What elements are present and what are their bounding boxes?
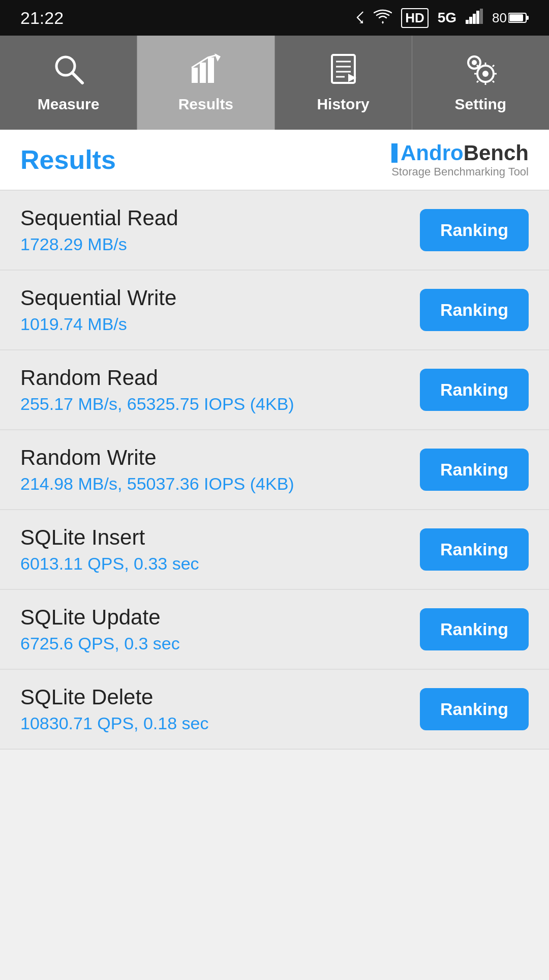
svg-rect-7	[509, 14, 523, 21]
ranking-button[interactable]: Ranking	[420, 209, 529, 251]
result-info: Sequential Write 1019.74 MB/s	[20, 286, 420, 334]
result-value: 255.17 MB/s, 65325.75 IOPS (4KB)	[20, 394, 420, 414]
ranking-button[interactable]: Ranking	[420, 608, 529, 650]
result-name: SQLite Delete	[20, 685, 420, 709]
status-icons: ☇ HD 5G 80	[355, 8, 529, 28]
table-row: Sequential Write 1019.74 MB/s Ranking	[0, 271, 549, 350]
svg-rect-3	[476, 11, 479, 24]
table-row: SQLite Delete 10830.71 QPS, 0.18 sec Ran…	[0, 670, 549, 750]
brand-part2: Bench	[464, 141, 529, 165]
svg-rect-11	[200, 63, 206, 83]
battery-icon: 80	[492, 10, 529, 26]
ranking-button[interactable]: Ranking	[420, 369, 529, 411]
brand-accent	[391, 143, 398, 163]
svg-rect-10	[192, 68, 198, 83]
table-row: Sequential Read 1728.29 MB/s Ranking	[0, 191, 549, 271]
page-title: Results	[20, 144, 116, 175]
svg-rect-2	[473, 14, 476, 24]
result-value: 10830.71 QPS, 0.18 sec	[20, 714, 420, 733]
tab-history[interactable]: History	[275, 36, 412, 130]
result-name: Sequential Write	[20, 286, 420, 310]
status-bar: 21:22 ☇ HD 5G 8	[0, 0, 549, 36]
svg-line-9	[72, 73, 82, 83]
tab-history-label: History	[317, 96, 369, 113]
table-row: SQLite Insert 6013.11 QPS, 0.33 sec Rank…	[0, 510, 549, 590]
table-row: Random Read 255.17 MB/s, 65325.75 IOPS (…	[0, 350, 549, 430]
ranking-button[interactable]: Ranking	[420, 688, 529, 730]
tab-setting-label: Setting	[455, 96, 507, 113]
signal-icon	[466, 8, 483, 28]
result-value: 6725.6 QPS, 0.3 sec	[20, 634, 420, 654]
status-time: 21:22	[20, 8, 64, 28]
tab-results-label: Results	[178, 96, 233, 113]
result-info: SQLite Insert 6013.11 QPS, 0.33 sec	[20, 525, 420, 574]
svg-marker-13	[215, 53, 221, 62]
svg-rect-0	[466, 20, 469, 24]
result-name: Random Write	[20, 446, 420, 470]
svg-rect-12	[208, 57, 214, 83]
result-value: 6013.11 QPS, 0.33 sec	[20, 554, 420, 574]
results-list: Sequential Read 1728.29 MB/s Ranking Seq…	[0, 191, 549, 750]
page-header: Results AndroBench Storage Benchmarking …	[0, 130, 549, 191]
measure-icon	[52, 52, 85, 91]
result-info: SQLite Update 6725.6 QPS, 0.3 sec	[20, 605, 420, 654]
history-icon	[327, 52, 360, 91]
result-value: 1019.74 MB/s	[20, 314, 420, 334]
nav-tabs: Measure Results History	[0, 36, 549, 130]
bluetooth-icon: ☇	[355, 8, 364, 27]
tab-measure-label: Measure	[38, 96, 100, 113]
svg-rect-4	[480, 9, 483, 24]
result-name: SQLite Insert	[20, 525, 420, 550]
setting-icon	[464, 52, 497, 91]
wifi-icon	[374, 8, 392, 28]
ranking-button[interactable]: Ranking	[420, 449, 529, 491]
ranking-button[interactable]: Ranking	[420, 289, 529, 331]
svg-point-21	[482, 71, 489, 77]
brand-subtitle: Storage Benchmarking Tool	[391, 165, 529, 179]
results-icon	[189, 52, 222, 91]
result-info: SQLite Delete 10830.71 QPS, 0.18 sec	[20, 685, 420, 733]
brand-part1: Andro	[401, 141, 464, 165]
svg-rect-1	[469, 17, 472, 24]
brand-logo: AndroBench Storage Benchmarking Tool	[391, 141, 529, 179]
result-info: Sequential Read 1728.29 MB/s	[20, 206, 420, 254]
table-row: Random Write 214.98 MB/s, 55037.36 IOPS …	[0, 430, 549, 510]
tab-results[interactable]: Results	[137, 36, 274, 130]
result-value: 214.98 MB/s, 55037.36 IOPS (4KB)	[20, 474, 420, 494]
result-value: 1728.29 MB/s	[20, 234, 420, 254]
svg-point-23	[472, 60, 477, 65]
result-info: Random Read 255.17 MB/s, 65325.75 IOPS (…	[20, 366, 420, 414]
tab-setting[interactable]: Setting	[412, 36, 549, 130]
result-name: Sequential Read	[20, 206, 420, 230]
hd-badge: HD	[401, 8, 429, 28]
result-info: Random Write 214.98 MB/s, 55037.36 IOPS …	[20, 446, 420, 494]
network-icon: 5G	[438, 10, 456, 26]
brand-name: AndroBench	[391, 141, 529, 165]
ranking-button[interactable]: Ranking	[420, 528, 529, 571]
table-row: SQLite Update 6725.6 QPS, 0.3 sec Rankin…	[0, 590, 549, 670]
result-name: SQLite Update	[20, 605, 420, 630]
svg-rect-6	[526, 16, 529, 20]
result-name: Random Read	[20, 366, 420, 390]
tab-measure[interactable]: Measure	[0, 36, 137, 130]
